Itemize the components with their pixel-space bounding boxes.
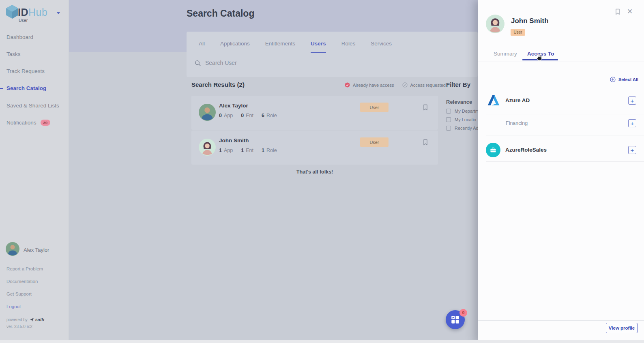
sidebar-item-track-requests[interactable]: Track Requests	[6, 68, 45, 74]
user-type-badge: User	[360, 137, 389, 147]
notifications-count-badge: 39	[41, 120, 51, 126]
avatar	[199, 139, 216, 157]
tab-roles[interactable]: Roles	[341, 41, 356, 53]
user-detail-panel: ✕ John Smith User Summary Access To Sele…	[478, 0, 644, 343]
user-type-badge: User	[511, 29, 525, 36]
result-row-john-smith[interactable]: John Smith 1App 1Ent 1Role User	[191, 131, 438, 165]
report-a-problem-link[interactable]: Report a Problem	[6, 266, 43, 271]
sidebar-user[interactable]: Alex Taylor	[6, 242, 49, 257]
tab-access-to[interactable]: Access To	[527, 51, 554, 57]
panel-user-name: John Smith	[511, 17, 549, 25]
check-circle-filled-icon	[345, 82, 350, 88]
active-item-indicator	[0, 88, 3, 89]
close-icon[interactable]: ✕	[627, 7, 633, 16]
bookmark-icon[interactable]	[614, 8, 621, 17]
catalog-tabs: All Applications Entitlements Users Role…	[199, 41, 392, 53]
active-tab-underline	[522, 59, 558, 60]
result-stats: 1App 1Ent 1Role	[219, 148, 277, 153]
bottom-edge	[0, 340, 644, 343]
filter-option-my-location[interactable]: My Locatio	[446, 117, 479, 122]
avatar	[199, 104, 216, 122]
add-access-button[interactable]: +	[628, 119, 636, 127]
azure-ad-icon	[487, 93, 500, 109]
checkbox[interactable]	[446, 117, 451, 122]
briefcase-icon	[486, 143, 500, 157]
logout-link[interactable]: Logout	[6, 304, 21, 309]
sidebar-item-notifications[interactable]: Notifications39	[6, 120, 50, 126]
divider	[478, 320, 644, 321]
results-heading: Search Results (2)	[191, 81, 245, 88]
brand-role-label: User	[19, 18, 28, 23]
tab-entitlements[interactable]: Entitlements	[265, 41, 295, 53]
legend-access-requested: Access requested	[402, 82, 446, 88]
documentation-link[interactable]: Documentation	[6, 279, 38, 284]
access-legend: Already have access Access requested	[345, 82, 446, 88]
sath-logo-icon	[30, 317, 34, 322]
sidebar-item-search-catalog[interactable]: Search Catalog	[6, 85, 46, 91]
search-icon	[194, 60, 201, 68]
divider	[486, 114, 644, 114]
result-name: John Smith	[219, 137, 249, 144]
sidebar-item-dashboard[interactable]: Dashboard	[6, 34, 33, 40]
search-input[interactable]	[205, 57, 376, 69]
result-stats: 0App 0Ent 6Role	[219, 113, 277, 118]
result-row-alex-taylor[interactable]: Alex Taylor 0App 0Ent 6Role User	[191, 96, 438, 130]
filter-option-my-department[interactable]: My Departm	[446, 109, 479, 114]
get-support-link[interactable]: Get Support	[6, 292, 32, 296]
tab-all[interactable]: All	[199, 41, 205, 53]
filter-title: Filter By	[446, 81, 479, 88]
access-item-azure-ad: Azure AD	[505, 97, 530, 103]
checkbox[interactable]	[446, 109, 451, 114]
bookmark-icon[interactable]	[422, 139, 429, 148]
sidebar-item-tasks[interactable]: Tasks	[6, 51, 21, 57]
sath-brand: sath	[35, 317, 45, 322]
filter-panel: Filter By Relevance My Departm My Locati…	[446, 81, 479, 131]
brand: IDHub	[5, 4, 60, 20]
avatar	[486, 15, 504, 35]
page-title: Search Catalog	[187, 8, 254, 19]
check-circle-outline-icon	[402, 82, 408, 88]
bookmark-icon[interactable]	[422, 104, 429, 113]
tab-summary[interactable]: Summary	[494, 51, 517, 57]
add-access-button[interactable]: +	[628, 146, 636, 154]
search-card	[187, 32, 478, 77]
cart-count-badge: 0	[459, 309, 467, 317]
filter-group-relevance: Relevance	[446, 99, 479, 105]
access-item-azurerolesales: AzureRoleSales	[505, 147, 547, 153]
divider	[486, 135, 644, 135]
sidebar-user-name: Alex Taylor	[24, 247, 49, 253]
tab-applications[interactable]: Applications	[220, 41, 250, 53]
user-type-badge: User	[360, 103, 389, 112]
legend-already-have-access: Already have access	[345, 82, 394, 88]
select-all-button[interactable]: Select All	[610, 77, 638, 82]
sidebar-item-saved-shared-lists[interactable]: Saved & Shared Lists	[6, 103, 59, 109]
version-label: ver. 23.5.0-rc2	[6, 324, 32, 329]
filter-option-recently-added[interactable]: Recently Ad	[446, 126, 479, 131]
view-profile-button[interactable]: View profile	[606, 323, 638, 333]
chevron-down-icon[interactable]	[56, 12, 60, 14]
brand-name: IDHub	[18, 6, 47, 18]
divider	[486, 161, 644, 162]
divider	[478, 62, 644, 62]
idhub-logo-icon	[5, 4, 19, 20]
cart-grid-icon	[451, 315, 460, 324]
access-item-financing: Financing	[506, 120, 528, 126]
checkbox[interactable]	[446, 126, 451, 131]
tab-services[interactable]: Services	[371, 41, 392, 53]
sidebar: IDHub User Dashboard Tasks Track Request…	[0, 0, 69, 343]
end-of-results-message: That's all folks!	[191, 169, 438, 175]
plus-circle-icon	[610, 77, 616, 82]
avatar	[6, 242, 19, 257]
tab-users[interactable]: Users	[311, 41, 326, 53]
result-name: Alex Taylor	[219, 103, 248, 109]
add-access-button[interactable]: +	[628, 96, 636, 105]
powered-by: powered by sath	[6, 317, 44, 322]
